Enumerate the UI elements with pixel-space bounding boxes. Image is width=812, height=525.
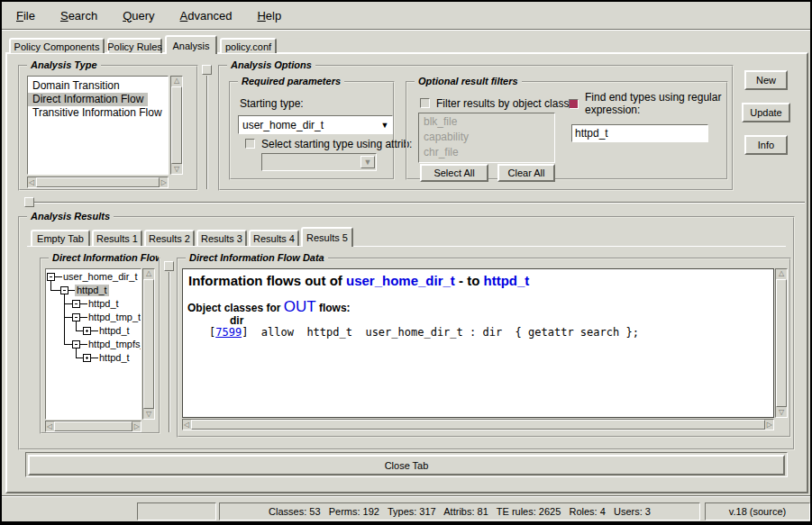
menu-file[interactable]: File — [13, 7, 39, 24]
flow-header: Information flows out of user_home_dir_t… — [188, 273, 529, 288]
analysis-type-vscrollbar[interactable]: △▽ — [170, 76, 183, 175]
scroll-up-icon[interactable]: △ — [173, 77, 180, 86]
analysis-type-hscrollbar[interactable]: ◁▷ — [27, 177, 169, 188]
flow-tree-title: Direct Information Flow T — [49, 252, 159, 264]
scroll-down-icon[interactable]: ▽ — [173, 165, 180, 174]
update-button[interactable]: Update — [742, 103, 790, 122]
select-all-button[interactable]: Select All — [420, 164, 488, 182]
menu-advanced[interactable]: Advanced — [177, 7, 236, 24]
tab-policy-components[interactable]: Policy Components — [9, 38, 105, 53]
starting-type-combobox[interactable]: user_home_dir_t ▼ — [238, 115, 393, 134]
flow-tree-vscrollbar[interactable]: △▽ — [142, 268, 155, 420]
rule-number-link[interactable]: 7599 — [215, 326, 242, 339]
tree-collapse-icon[interactable] — [72, 300, 80, 308]
required-parameters-title: Required parameters — [238, 76, 344, 87]
tree-expand-icon[interactable] — [83, 327, 91, 335]
tab-empty-tab[interactable]: Empty Tab — [31, 230, 90, 246]
scroll-thumb[interactable] — [171, 86, 182, 164]
classes-prefix: Object classes for — [187, 302, 284, 314]
object-class-name: dir — [230, 314, 243, 327]
flow-data-vscrollbar[interactable]: △▽ — [775, 268, 788, 418]
tree-collapse-icon[interactable] — [72, 340, 80, 348]
flow-data-title: Direct Information Flow Data — [186, 252, 328, 264]
analysis-type-listbox: Domain Transition Direct Information Flo… — [27, 76, 169, 175]
scroll-up-icon[interactable]: △ — [145, 269, 152, 278]
scroll-thumb[interactable] — [776, 279, 787, 407]
tab-results-4[interactable]: Results 4 — [249, 230, 299, 246]
menu-help[interactable]: Help — [253, 7, 285, 24]
list-item-transitive-information-flow[interactable]: Transitive Information Flow — [28, 106, 168, 120]
tab-results-2[interactable]: Results 2 — [144, 230, 195, 246]
list-item-domain-transition[interactable]: Domain Transition — [28, 79, 168, 93]
regex-input[interactable] — [571, 124, 708, 142]
scroll-thumb[interactable] — [143, 279, 154, 409]
optional-filters-title: Optional result filters — [415, 76, 522, 87]
filter-by-class-label[interactable]: Filter results by object class: — [436, 97, 572, 110]
pane-sash-handle[interactable] — [202, 65, 212, 75]
scroll-right-icon[interactable]: ▷ — [766, 421, 773, 430]
scroll-left-icon[interactable]: ◁ — [46, 422, 53, 431]
header-source-type: user_home_dir_t — [346, 273, 455, 288]
tree-node[interactable]: httpd_t — [87, 298, 121, 310]
menu-query[interactable]: Query — [119, 7, 158, 24]
info-button[interactable]: Info — [744, 135, 788, 155]
tab-label: Results 5 — [306, 232, 348, 243]
header-target-type: httpd_t — [484, 273, 530, 288]
chevron-down-icon[interactable]: ▼ — [378, 121, 392, 130]
menu-separator — [2, 29, 810, 31]
tab-results-1[interactable]: Results 1 — [92, 230, 142, 246]
starting-type-value: user_home_dir_t — [239, 119, 378, 131]
analysis-results-title: Analysis Results — [27, 211, 114, 222]
flow-data-hscrollbar[interactable]: ◁▷ — [182, 419, 774, 430]
clear-all-button[interactable]: Clear All — [497, 164, 555, 182]
tree-expand-icon[interactable] — [83, 354, 91, 362]
button-label: Clear All — [508, 167, 545, 178]
apol-window: File Search Query Advanced Help Policy C… — [0, 0, 812, 525]
tab-results-3[interactable]: Results 3 — [196, 230, 247, 246]
scroll-down-icon[interactable]: ▽ — [145, 410, 152, 419]
filter-by-class-checkbox[interactable] — [420, 98, 430, 108]
scroll-up-icon[interactable]: △ — [778, 269, 785, 278]
attrib-checkbox[interactable] — [245, 139, 255, 149]
tab-policy-rules[interactable]: Policy Rules — [107, 38, 162, 53]
close-tab-button[interactable]: Close Tab — [28, 455, 785, 475]
tree-node[interactable]: httpd_tmpfs_ — [87, 339, 141, 350]
tree-collapse-icon[interactable] — [47, 273, 55, 281]
regex-checkbox-label[interactable]: Find end types using regular expression: — [585, 91, 740, 116]
regex-checkbox[interactable] — [569, 99, 579, 109]
optional-filters-group: Optional result filters Filter results b… — [406, 81, 728, 180]
object-class-listbox-disabled: blk_file capability chr_file — [418, 113, 555, 163]
tree-data-sash-handle[interactable] — [164, 261, 174, 271]
tree-node-selected[interactable]: httpd_t — [75, 285, 109, 296]
scroll-right-icon[interactable]: ▷ — [160, 178, 168, 187]
tree-node[interactable]: httpd_t — [97, 325, 132, 337]
flow-tree-hscrollbar[interactable]: ◁▷ — [45, 421, 141, 432]
status-version-panel: v.18 (source) — [705, 502, 810, 520]
tab-label: Results 2 — [149, 233, 190, 244]
tree-connector — [64, 303, 72, 304]
list-item-direct-information-flow[interactable]: Direct Information Flow — [28, 93, 148, 106]
tab-results-5[interactable]: Results 5 — [301, 227, 353, 247]
tree-node[interactable]: httpd_tmp_t — [87, 312, 141, 323]
scroll-thumb[interactable] — [36, 177, 160, 187]
statusbar-separator — [2, 495, 810, 497]
new-button[interactable]: New — [744, 70, 788, 90]
scroll-left-icon[interactable]: ◁ — [28, 178, 35, 187]
attrib-checkbox-label[interactable]: Select starting type using attrib: — [261, 138, 412, 150]
scroll-down-icon[interactable]: ▽ — [778, 408, 785, 417]
results-tabline — [27, 246, 786, 247]
tree-collapse-icon[interactable] — [60, 286, 68, 294]
scroll-thumb[interactable] — [54, 421, 132, 431]
tree-connector — [64, 317, 72, 318]
tree-node[interactable]: user_home_dir_t — [61, 271, 140, 283]
scroll-left-icon[interactable]: ◁ — [183, 421, 190, 430]
tree-node[interactable]: httpd_t — [97, 352, 132, 364]
tab-analysis[interactable]: Analysis — [165, 35, 217, 54]
menu-search[interactable]: Search — [57, 7, 101, 24]
scroll-right-icon[interactable]: ▷ — [133, 422, 141, 431]
tab-policy-conf[interactable]: policy.conf — [220, 38, 277, 53]
required-parameters-group: Required parameters Starting type: user_… — [229, 81, 395, 180]
scroll-thumb[interactable] — [191, 420, 765, 430]
tree-collapse-icon[interactable] — [72, 313, 80, 321]
results-sash-handle[interactable] — [24, 197, 34, 207]
